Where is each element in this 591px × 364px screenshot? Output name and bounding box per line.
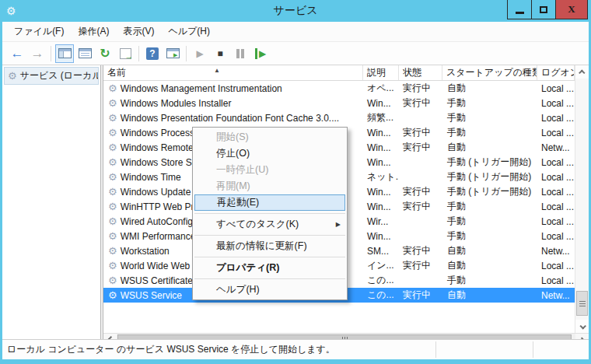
service-description: Win... — [363, 231, 399, 242]
window-action-icon — [166, 48, 180, 58]
menu-help[interactable]: ヘルプ(H) — [161, 22, 217, 41]
help-button[interactable] — [143, 44, 162, 63]
service-status: 実行中 — [399, 82, 442, 95]
service-status: 実行中 — [399, 185, 442, 198]
menu-action[interactable]: 操作(A) — [71, 22, 116, 41]
service-name: WSUS Service — [121, 290, 182, 301]
service-startup-type: 自動 — [442, 289, 537, 302]
service-name: Windows Time — [121, 172, 181, 183]
context-menu-item-refresh[interactable]: 最新の情報に更新(F) — [193, 238, 347, 254]
show-console-tree-button[interactable] — [55, 44, 74, 63]
service-description: Win... — [363, 187, 399, 198]
back-button[interactable] — [8, 44, 26, 63]
restart-service-button[interactable] — [251, 44, 270, 63]
status-text: ローカル コンピューター のサービス WSUS Service を停止して開始し… — [2, 343, 335, 356]
service-gear-icon: ⚙ — [108, 201, 117, 212]
context-menu-item-label: 一時停止(U) — [216, 164, 268, 175]
table-row[interactable]: ⚙Windows Presentation Foundation Font Ca… — [103, 110, 575, 125]
properties-button[interactable] — [75, 44, 94, 63]
service-startup-type: 自動 — [442, 141, 537, 154]
close-icon: X — [568, 3, 575, 16]
service-description: イン... — [363, 259, 399, 272]
restart-icon — [255, 48, 266, 59]
service-startup-type: 手動 (トリガー開始) — [442, 185, 537, 198]
service-description: Win... — [363, 142, 399, 153]
service-status: 実行中 — [399, 126, 442, 139]
context-menu-item-all-tasks[interactable]: すべてのタスク(K)▶ — [193, 216, 347, 233]
table-row[interactable]: ⚙Windows Modules InstallerWin...実行中手動Loc… — [103, 96, 575, 110]
vertical-scroll-thumb[interactable] — [576, 291, 588, 316]
stop-service-button[interactable] — [211, 44, 229, 63]
window-props-icon — [79, 48, 92, 58]
context-menu-item-properties[interactable]: プロパティ(R) — [193, 260, 347, 276]
context-menu-item-restart[interactable]: 再起動(E) — [194, 194, 345, 211]
toolbar-separator — [138, 46, 139, 61]
column-header-label: ログオン — [541, 66, 575, 79]
menu-view[interactable]: 表示(V) — [116, 22, 161, 41]
service-status: 実行中 — [399, 289, 442, 302]
service-description: Win... — [363, 201, 399, 212]
sidebar-item-label: サービス (ローカル) — [20, 69, 99, 82]
context-menu-item-resume: 再開(M) — [193, 178, 347, 194]
column-header-label: 説明 — [367, 66, 386, 79]
service-gear-icon: ⚙ — [108, 142, 117, 152]
menu-separator — [194, 257, 345, 257]
minimize-button[interactable] — [507, 0, 532, 19]
sidebar-item-services-local[interactable]: ⚙ サービス (ローカル) — [4, 67, 99, 85]
pause-service-button[interactable] — [231, 44, 250, 63]
service-logon-as: Local ... — [537, 201, 575, 212]
column-header-status[interactable]: 状態 — [399, 65, 442, 80]
statusbar-divider — [533, 341, 533, 358]
window-icon — [58, 48, 72, 58]
back-icon — [11, 46, 24, 61]
services-window: ⚙ サービス X ファイル(F)操作(A)表示(V)ヘルプ(H) ⚙ サービス … — [0, 0, 591, 364]
service-description: この... — [363, 274, 399, 287]
service-gear-icon: ⚙ — [108, 83, 117, 93]
refresh-button[interactable] — [96, 44, 114, 63]
service-logon-as: Local ... — [537, 83, 575, 94]
service-startup-type: 手動 (トリガー開始) — [442, 170, 537, 184]
service-gear-icon: ⚙ — [108, 187, 117, 197]
menu-file[interactable]: ファイル(F) — [7, 22, 71, 41]
column-header-logon[interactable]: ログオン — [537, 65, 575, 80]
context-menu-item-stop[interactable]: 停止(O) — [193, 145, 347, 162]
column-header-label: 状態 — [403, 66, 421, 79]
service-startup-type: 手動 — [442, 229, 537, 243]
close-button[interactable]: X — [555, 0, 588, 19]
service-description: Win... — [363, 157, 399, 168]
show-action-pane-button[interactable] — [163, 44, 182, 63]
table-row[interactable]: ⚙Windows Management Instrumentationオペ...… — [103, 81, 575, 96]
help-icon — [146, 47, 159, 60]
service-gear-icon: ⚙ — [108, 113, 117, 123]
service-gear-icon: ⚙ — [108, 275, 117, 285]
column-header-name[interactable]: 名前▲ — [103, 65, 363, 80]
toolbar-separator — [186, 46, 187, 61]
stop-icon — [217, 48, 222, 59]
service-gear-icon: ⚙ — [108, 172, 117, 182]
context-menu-item-label: 停止(O) — [216, 148, 250, 159]
context-menu-item-help[interactable]: ヘルプ(H) — [193, 282, 347, 298]
context-menu-item-pause: 一時停止(U) — [193, 162, 347, 178]
start-service-button[interactable] — [191, 44, 209, 63]
service-name-cell: ⚙Windows Management Instrumentation — [103, 83, 363, 94]
service-description: この... — [363, 289, 399, 302]
titlebar[interactable]: ⚙ サービス X — [0, 0, 591, 22]
scroll-up-button[interactable] — [575, 65, 589, 79]
service-logon-as: Local ... — [537, 98, 575, 109]
service-startup-type: 手動 — [442, 126, 537, 139]
forward-button[interactable] — [28, 44, 47, 63]
service-logon-as: Local ... — [537, 128, 575, 138]
service-name: Windows Update — [121, 187, 191, 198]
vertical-scrollbar[interactable] — [575, 65, 589, 333]
service-logon-as: Local ... — [537, 231, 575, 242]
export-list-button[interactable] — [116, 44, 135, 63]
column-header-startup[interactable]: スタートアップの種類 — [442, 65, 537, 80]
service-logon-as: Local ... — [537, 187, 575, 198]
scroll-down-button[interactable] — [575, 320, 589, 333]
service-name-cell: ⚙Windows Presentation Foundation Font Ca… — [103, 113, 363, 124]
service-name: Windows Management Instrumentation — [121, 83, 282, 94]
service-gear-icon: ⚙ — [108, 290, 117, 300]
maximize-button[interactable] — [531, 0, 556, 19]
menu-separator — [194, 235, 345, 236]
column-header-desc[interactable]: 説明 — [363, 65, 399, 80]
